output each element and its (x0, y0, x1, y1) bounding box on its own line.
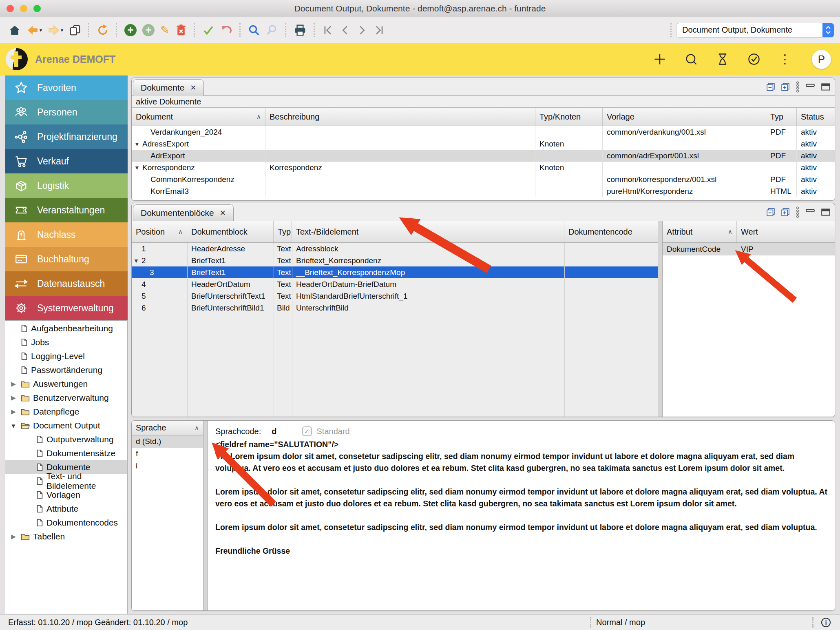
tab-dokumente[interactable]: Dokumente ✕ (133, 79, 204, 96)
column-header-dokument[interactable]: Dokument∧ (132, 108, 265, 126)
tree-item-benutzerverwaltung[interactable]: ▶ Benutzerverwaltung (5, 391, 127, 405)
table-row[interactable]: ▼2 BriefText1 Text Brieftext_Korresponde… (132, 255, 658, 266)
previous-record-icon[interactable] (336, 21, 354, 39)
table-row-selected[interactable]: AdrExport common/adrExport/001.xsl PDF a… (132, 150, 835, 162)
info-icon[interactable]: i (821, 618, 831, 627)
column-header-typ-knoten[interactable]: Typ/Knoten (535, 108, 603, 126)
text-element-editor[interactable]: Sprachcode: d ✓ Standard <fieldref name=… (208, 421, 835, 610)
tree-item-text-und-bildelemente[interactable]: Text- und Bildelemente (5, 474, 127, 488)
column-header-position[interactable]: Position∧ (132, 221, 187, 242)
tree-item-dokumentencodes[interactable]: Dokumentencodes (5, 516, 127, 530)
context-selector-dropdown[interactable]: Document Output, Dokumente (676, 23, 834, 38)
expander-down-icon[interactable]: ▼ (134, 141, 142, 147)
pending-tasks-hourglass-icon[interactable] (716, 53, 729, 66)
column-header-typ[interactable]: Typ (766, 108, 797, 126)
tree-item-aufgabenbearbeitung[interactable]: Aufgabenbearbeitung (5, 322, 127, 335)
table-row-selected[interactable]: 3 BriefText1 Text __Brieftext_Korrespond… (132, 266, 658, 278)
sidebar-item-datenaustausch[interactable]: Datenaustausch (5, 271, 128, 296)
tree-item-dokumentensaetze[interactable]: Dokumentensätze (5, 446, 127, 460)
advanced-search-icon[interactable] (263, 21, 281, 39)
panel-splitter[interactable] (203, 421, 208, 610)
tree-item-passwortaenderung[interactable]: Passwortänderung (5, 363, 127, 377)
global-search-icon[interactable] (685, 53, 698, 66)
forward-icon[interactable]: ▾ (45, 21, 66, 39)
last-record-icon[interactable] (371, 21, 388, 39)
sidebar-item-personen[interactable]: Personen (5, 100, 128, 124)
expand-all-icon[interactable] (781, 82, 790, 91)
chevron-right-icon[interactable]: ▶ (9, 408, 18, 415)
sidebar-item-nachlass[interactable]: Nachlass (5, 222, 128, 247)
chevron-right-icon[interactable]: ▶ (9, 394, 18, 402)
add-icon[interactable]: + (122, 21, 139, 39)
close-tab-icon[interactable]: ✕ (220, 209, 226, 217)
confirm-icon[interactable] (199, 21, 217, 39)
maximize-panel-icon[interactable] (821, 208, 831, 216)
panel-options-dots-icon[interactable] (796, 206, 800, 218)
tree-item-jobs[interactable]: Jobs (5, 335, 127, 349)
undo-icon[interactable] (217, 21, 235, 39)
chevron-right-icon[interactable]: ▶ (9, 380, 18, 388)
column-header-dokumentblock[interactable]: Dokumentblock (187, 221, 274, 242)
table-row[interactable]: Verdankungen_2024 common/verdankung/001.… (132, 126, 835, 138)
tab-dokumentenbloecke[interactable]: Dokumentenblöcke ✕ (133, 204, 234, 221)
standard-checkbox[interactable]: ✓ (302, 426, 312, 436)
sidebar-item-favoriten[interactable]: Favoriten (5, 75, 128, 100)
sidebar-item-systemverwaltung[interactable]: Systemverwaltung (5, 296, 128, 320)
table-row[interactable]: 1 HeaderAdresse Text Adressblock (132, 243, 658, 255)
close-tab-icon[interactable]: ✕ (190, 83, 196, 92)
minimize-panel-icon[interactable] (805, 83, 815, 91)
search-icon[interactable] (245, 21, 263, 39)
tree-item-tabellen[interactable]: ▶ Tabellen (5, 530, 127, 543)
language-row[interactable]: f (132, 448, 203, 460)
completed-check-circle-icon[interactable] (747, 53, 760, 66)
minimize-panel-icon[interactable] (805, 209, 815, 216)
collapse-all-icon[interactable] (766, 208, 775, 217)
column-header-attribut[interactable]: Attribut∧ (663, 221, 737, 242)
sidebar-item-buchhaltung[interactable]: Buchhaltung (5, 247, 128, 271)
panel-splitter[interactable] (658, 221, 663, 417)
language-row-selected[interactable]: d (Std.) (132, 435, 203, 448)
forward-history-caret-icon[interactable]: ▾ (61, 27, 63, 33)
sidebar-item-veranstaltungen[interactable]: Veranstaltungen (5, 198, 128, 222)
table-row[interactable]: CommonKorrespondenz common/korrespondenz… (132, 173, 835, 185)
table-row[interactable]: KorrEmail3 pureHtml/Korrespondenz HTML a… (132, 185, 835, 197)
table-row[interactable]: 5 BriefUnterschriftText1 Text HtmlStanda… (132, 290, 658, 302)
home-icon[interactable] (6, 21, 24, 39)
next-record-icon[interactable] (354, 21, 371, 39)
expander-down-icon[interactable]: ▼ (134, 164, 142, 171)
tree-item-auswertungen[interactable]: ▶ Auswertungen (5, 377, 127, 391)
first-record-icon[interactable] (319, 21, 336, 39)
maximize-panel-icon[interactable] (821, 83, 831, 91)
tree-item-datenpflege[interactable]: ▶ Datenpflege (5, 405, 127, 419)
chevron-down-icon[interactable]: ▼ (9, 422, 18, 429)
sidebar-item-verkauf[interactable]: Verkauf (5, 149, 128, 173)
column-header-vorlage[interactable]: Vorlage (603, 108, 766, 126)
back-history-caret-icon[interactable]: ▾ (40, 27, 42, 33)
column-header-typ[interactable]: Typ (274, 221, 292, 242)
panel-options-dots-icon[interactable] (796, 81, 800, 93)
column-header-wert[interactable]: Wert (737, 221, 835, 242)
language-row[interactable]: i (132, 460, 203, 472)
column-header-sprache[interactable]: Sprache∧ (132, 421, 203, 435)
expand-all-icon[interactable] (781, 208, 790, 217)
table-row[interactable]: ▼AdressExport Knoten aktiv (132, 138, 835, 150)
tree-item-outputverwaltung[interactable]: Outputverwaltung (5, 433, 127, 446)
new-item-icon[interactable] (653, 53, 666, 66)
table-row[interactable]: ▼Korrespondenz Korrespondenz Knoten akti… (132, 162, 835, 173)
refresh-icon[interactable] (94, 21, 112, 39)
duplicate-window-icon[interactable] (66, 21, 84, 39)
delete-icon[interactable] (172, 21, 190, 39)
column-header-status[interactable]: Status (797, 108, 835, 126)
tree-item-attribute[interactable]: Attribute (5, 502, 127, 516)
column-header-beschreibung[interactable]: Beschreibung (265, 108, 535, 126)
table-row[interactable]: 6 BriefUnterschriftBild1 Bild Unterschri… (132, 302, 658, 314)
back-icon[interactable]: ▾ (24, 21, 45, 39)
column-header-dokumentencode[interactable]: Dokumentencode (564, 221, 658, 242)
sidebar-item-logistik[interactable]: Logistik (5, 173, 128, 198)
tree-item-logging-level[interactable]: Logging-Level (5, 349, 127, 363)
collapse-all-icon[interactable] (766, 82, 775, 91)
tree-item-document-output[interactable]: ▼ Document Output (5, 419, 127, 433)
expander-down-icon[interactable]: ▼ (133, 257, 141, 264)
sidebar-item-projektfinanzierung[interactable]: Projektfinanzierung (5, 124, 128, 149)
table-row[interactable]: 4 HeaderOrtDatum Text HeaderOrtDatum-Bri… (132, 278, 658, 290)
